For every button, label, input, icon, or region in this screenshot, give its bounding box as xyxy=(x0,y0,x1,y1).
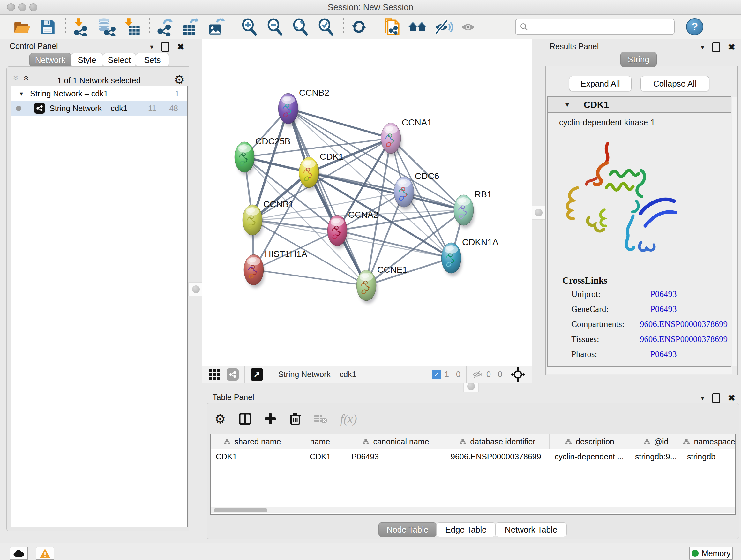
table-cell[interactable]: stringdb:9... xyxy=(630,452,682,461)
center-view-icon[interactable] xyxy=(511,367,525,382)
delete-column-icon[interactable] xyxy=(289,413,301,425)
cloud-button[interactable] xyxy=(10,547,28,560)
tab-edge-table[interactable]: Edge Table xyxy=(436,522,495,537)
edge-CCNB2-CCNA1[interactable] xyxy=(288,109,391,138)
column-header-database-identifier[interactable]: database identifier xyxy=(446,434,549,449)
memory-button[interactable]: Memory xyxy=(689,547,733,560)
results-panel-menu-icon[interactable]: ▾ xyxy=(701,44,704,51)
control-panel-menu-icon[interactable]: ▾ xyxy=(150,44,153,51)
column-header-name[interactable]: name xyxy=(294,434,346,449)
crosslink-link[interactable]: 9606.ENSP00000378699 xyxy=(640,319,728,329)
edge-HIST1H1A-CCNE1[interactable] xyxy=(254,270,366,286)
selected-checkbox-icon[interactable]: ✓ xyxy=(432,370,441,379)
node-CCNA1[interactable]: CCNA1 xyxy=(381,118,432,157)
tab-node-table[interactable]: Node Table xyxy=(379,522,436,537)
results-horizontal-scrollbar[interactable] xyxy=(547,367,732,374)
node-CCNB2[interactable]: CCNB2 xyxy=(278,88,329,127)
node-RB1[interactable]: RB1 xyxy=(454,189,492,228)
table-cell[interactable]: CDK1 xyxy=(211,452,294,461)
export-image-button[interactable] xyxy=(206,17,226,37)
homes-button[interactable] xyxy=(408,17,428,37)
warnings-button[interactable] xyxy=(36,547,54,560)
column-header-namespace[interactable]: namespace xyxy=(682,434,736,449)
crosslink-link[interactable]: P06493 xyxy=(650,304,677,314)
edge-CCNB2-RB1[interactable] xyxy=(288,109,464,210)
column-header--id[interactable]: @id xyxy=(630,434,682,449)
table-cell[interactable]: stringdb xyxy=(682,452,736,461)
expand-all-button[interactable]: Expand All xyxy=(569,76,631,91)
collapse-all-button[interactable]: Collapse All xyxy=(641,76,710,91)
network-options-gear-icon[interactable]: ⚙ xyxy=(174,73,185,87)
network-row-selected[interactable]: String Network – cdk1 11 48 xyxy=(11,101,187,116)
crosslink-link[interactable]: P06493 xyxy=(650,349,677,359)
results-vertical-scrollbar[interactable] xyxy=(732,97,737,366)
network-share-icon[interactable] xyxy=(226,368,239,381)
crosslink-link[interactable]: P06493 xyxy=(650,289,677,299)
table-panel-close-icon[interactable]: ✖ xyxy=(728,394,735,402)
table-scrollbar-thumb[interactable] xyxy=(214,508,267,512)
crosslink-link[interactable]: 9606.ENSP00000378699 xyxy=(640,334,728,344)
tab-string[interactable]: String xyxy=(620,52,657,67)
zoom-out-button[interactable] xyxy=(265,17,285,37)
edge-CCNB1-CCNA2[interactable] xyxy=(253,220,337,231)
hide-selected-button[interactable] xyxy=(433,17,453,37)
network-canvas[interactable]: CCNB2CCNA1CDC25BCDK1CDC6RB1CCNB1CCNA2CDK… xyxy=(202,39,532,366)
left-splitter-handle[interactable] xyxy=(188,282,204,296)
column-header-shared-name[interactable]: shared name xyxy=(211,434,294,449)
protein-collapse-icon[interactable]: ▾ xyxy=(565,101,569,108)
results-panel-close-icon[interactable]: ✖ xyxy=(728,43,735,52)
export-network-button[interactable] xyxy=(155,17,175,37)
table-cell[interactable]: 9606.ENSP00000378699 xyxy=(446,452,549,461)
node-CDC25B[interactable]: CDC25B xyxy=(234,136,290,175)
table-horizontal-scrollbar[interactable] xyxy=(211,507,735,513)
results-panel-float-icon[interactable] xyxy=(712,42,720,52)
export-table-button[interactable] xyxy=(181,17,200,37)
zoom-in-button[interactable] xyxy=(239,17,259,37)
search-input[interactable] xyxy=(529,22,667,32)
open-external-icon[interactable]: ➚ xyxy=(251,368,263,381)
right-splitter-handle[interactable] xyxy=(531,206,546,220)
save-session-button[interactable] xyxy=(38,17,57,37)
collection-expand-icon[interactable]: ▾ xyxy=(20,90,23,97)
import-table-file-button[interactable] xyxy=(122,17,142,37)
add-column-icon[interactable] xyxy=(264,413,276,425)
tab-network[interactable]: Network xyxy=(29,53,71,67)
search-field[interactable] xyxy=(515,18,675,35)
table-settings-gear-icon[interactable]: ⚙ xyxy=(214,413,226,425)
toolbar-separator xyxy=(65,18,66,36)
control-panel-float-icon[interactable] xyxy=(161,42,170,52)
network-graph[interactable]: CCNB2CCNA1CDC25BCDK1CDC6RB1CCNB1CCNA2CDK… xyxy=(202,39,532,366)
network-collection-row[interactable]: ▾ String Network – cdk1 1 xyxy=(11,86,187,101)
zoom-selected-button[interactable] xyxy=(316,17,336,37)
table-cell[interactable]: CDK1 xyxy=(294,452,346,461)
tab-network-table[interactable]: Network Table xyxy=(495,522,567,537)
table-panel-menu-icon[interactable]: ▾ xyxy=(701,395,704,401)
network-from-document-button[interactable] xyxy=(382,17,402,37)
node-HIST1H1A[interactable]: HIST1H1A xyxy=(244,249,307,288)
birdseye-grid-icon[interactable] xyxy=(209,369,220,380)
tab-select[interactable]: Select xyxy=(103,53,136,67)
refresh-layout-button[interactable] xyxy=(349,17,369,37)
edge-CDK1-RB1[interactable] xyxy=(309,172,464,210)
import-network-database-button[interactable] xyxy=(96,17,116,37)
network-selection-status: 1 of 1 Network selected xyxy=(6,76,192,85)
control-panel-close-icon[interactable]: ✖ xyxy=(177,43,185,51)
table-panel-float-icon[interactable] xyxy=(712,393,720,403)
save-icon xyxy=(39,18,57,36)
import-network-file-button[interactable] xyxy=(71,17,91,37)
node-CDKN1A[interactable]: CDKN1A xyxy=(441,237,498,276)
network-label: String Network – cdk1 xyxy=(50,104,128,113)
show-columns-icon[interactable] xyxy=(239,413,252,425)
open-session-button[interactable] xyxy=(12,17,32,37)
tab-sets[interactable]: Sets xyxy=(136,53,169,67)
table-row[interactable]: CDK1CDK1P064939606.ENSP00000378699cyclin… xyxy=(211,449,735,464)
column-header-canonical-name[interactable]: canonical name xyxy=(346,434,446,449)
node-CCNE1[interactable]: CCNE1 xyxy=(356,265,408,304)
zoom-fit-button[interactable] xyxy=(290,17,310,37)
help-button[interactable]: ? xyxy=(686,18,703,36)
protein-accordion-header[interactable]: ▾ CDK1 xyxy=(548,97,731,113)
table-cell[interactable]: cyclin-dependent ... xyxy=(549,452,630,461)
column-header-description[interactable]: description xyxy=(549,434,630,449)
tab-style[interactable]: Style xyxy=(71,53,103,67)
table-cell[interactable]: P06493 xyxy=(346,452,446,461)
